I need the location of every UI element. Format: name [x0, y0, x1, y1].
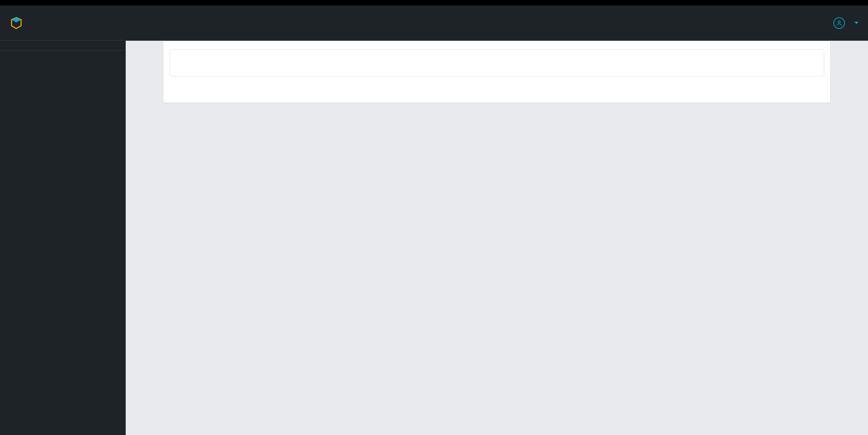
divider: [0, 50, 126, 51]
user-icon: [833, 17, 845, 29]
sidebar: [0, 41, 126, 435]
admin-header: [0, 41, 126, 50]
topbar: [0, 5, 868, 41]
main-content: [126, 41, 868, 435]
caret-down-icon: [854, 22, 858, 24]
logo-icon: [10, 16, 23, 30]
svg-marker-1: [12, 18, 21, 22]
user-menu[interactable]: [833, 17, 858, 29]
audit-detail: [170, 49, 824, 76]
svg-point-2: [838, 21, 840, 23]
audit-panel: [163, 41, 831, 103]
black-topstrip: [0, 0, 868, 5]
logo[interactable]: [10, 16, 29, 30]
gap: [163, 85, 830, 103]
